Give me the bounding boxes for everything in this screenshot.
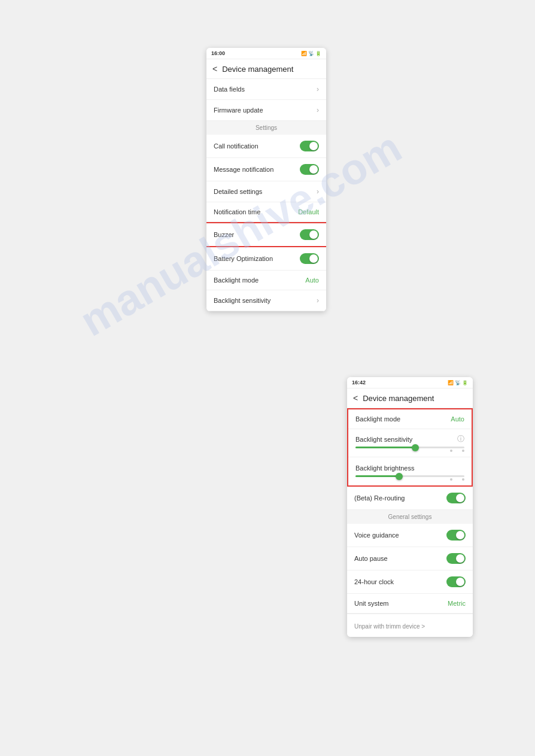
firmware-update-label: Firmware update xyxy=(214,107,263,114)
status-bar-1: 16:00 📶 📡 🔋 xyxy=(206,48,326,59)
status-time-1: 16:00 xyxy=(211,50,225,56)
back-button-2[interactable]: < xyxy=(353,393,358,403)
battery-icon-2: 🔋 xyxy=(462,380,468,385)
beta-rerouting-toggle[interactable] xyxy=(446,493,466,503)
backlight-sensitivity-label-2: Backlight sensitivity xyxy=(355,436,412,443)
backlight-sensitivity-track xyxy=(355,447,464,448)
battery-icon: 🔋 xyxy=(315,51,321,56)
firmware-update-chevron: › xyxy=(317,106,319,114)
signal-icon-2: 📡 xyxy=(455,380,461,385)
status-time-2: 16:42 xyxy=(352,379,366,385)
backlight-brightness-fill xyxy=(355,475,399,477)
backlight-sensitivity-label: Backlight sensitivity xyxy=(214,297,270,304)
notification-time-value: Default xyxy=(298,208,319,215)
nav-header-2: < Device management xyxy=(347,388,473,408)
unpair-link[interactable]: Unpair with trimm device > xyxy=(354,623,425,630)
phone-screenshot-1: 16:00 📶 📡 🔋 < Device management Data fie… xyxy=(206,48,326,311)
backlight-mode-value: Auto xyxy=(305,277,319,284)
slider-dot-3 xyxy=(450,478,452,481)
detailed-settings-label: Detailed settings xyxy=(214,188,262,195)
auto-pause-item[interactable]: Auto pause xyxy=(347,547,473,570)
24-hour-clock-label: 24-hour clock xyxy=(354,578,394,585)
backlight-sensitivity-section: Backlight sensitivity ⓘ xyxy=(348,429,472,457)
notification-time-item[interactable]: Notification time Default xyxy=(206,202,326,222)
message-notification-toggle[interactable] xyxy=(300,164,319,175)
beta-rerouting-item[interactable]: (Beta) Re-routing xyxy=(347,487,473,510)
back-button-1[interactable]: < xyxy=(212,64,217,74)
call-notification-label: Call notification xyxy=(214,142,259,150)
backlight-sensitivity-fill xyxy=(355,447,415,448)
beta-rerouting-label: (Beta) Re-routing xyxy=(354,494,405,502)
signal-icon: 📡 xyxy=(308,51,314,56)
nav-title-2: Device management xyxy=(363,394,434,403)
unit-system-label: Unit system xyxy=(354,600,388,607)
buzzer-item[interactable]: Buzzer xyxy=(206,222,326,247)
notification-time-label: Notification time xyxy=(214,208,260,215)
battery-optimization-label: Battery Optimization xyxy=(214,255,273,262)
message-notification-item[interactable]: Message notification xyxy=(206,158,326,181)
backlight-brightness-header: Backlight brightness xyxy=(355,462,464,473)
footer-section: Unpair with trimm device > xyxy=(347,614,473,637)
backlight-section: Backlight mode Auto Backlight sensitivit… xyxy=(347,408,473,487)
auto-pause-toggle[interactable] xyxy=(446,553,466,564)
message-notification-label: Message notification xyxy=(214,166,273,173)
backlight-mode-item-2[interactable]: Backlight mode Auto xyxy=(348,409,472,429)
data-fields-item[interactable]: Data fields › xyxy=(206,79,326,100)
status-icons-1: 📶 📡 🔋 xyxy=(301,51,321,56)
backlight-sensitivity-header: Backlight sensitivity ⓘ xyxy=(355,434,464,444)
status-icons-2: 📶 📡 🔋 xyxy=(448,380,468,385)
call-notification-toggle[interactable] xyxy=(300,141,319,151)
24-hour-clock-toggle[interactable] xyxy=(446,576,466,587)
backlight-brightness-label: Backlight brightness xyxy=(355,464,414,472)
backlight-brightness-dots xyxy=(355,478,464,481)
backlight-sensitivity-chevron: › xyxy=(317,296,319,305)
call-notification-item[interactable]: Call notification xyxy=(206,135,326,158)
battery-optimization-item[interactable]: Battery Optimization xyxy=(206,247,326,271)
slider-dot-1 xyxy=(450,450,452,452)
buzzer-label: Buzzer xyxy=(214,231,234,238)
detailed-settings-chevron: › xyxy=(317,187,319,196)
24-hour-clock-item[interactable]: 24-hour clock xyxy=(347,570,473,594)
backlight-brightness-section: Backlight brightness xyxy=(348,457,472,485)
firmware-update-item[interactable]: Firmware update › xyxy=(206,100,326,121)
general-settings-label: General settings xyxy=(347,510,473,524)
backlight-mode-value-2: Auto xyxy=(451,415,464,423)
nav-title-1: Device management xyxy=(222,65,293,74)
nav-header-1: < Device management xyxy=(206,59,326,79)
backlight-sensitivity-dots xyxy=(355,450,464,452)
detailed-settings-item[interactable]: Detailed settings › xyxy=(206,181,326,202)
status-bar-2: 16:42 📶 📡 🔋 xyxy=(347,377,473,388)
backlight-mode-label-2: Backlight mode xyxy=(355,415,400,423)
auto-pause-label: Auto pause xyxy=(354,555,388,562)
info-icon-sensitivity[interactable]: ⓘ xyxy=(457,434,464,444)
backlight-sensitivity-slider-container xyxy=(355,447,464,452)
unit-system-value: Metric xyxy=(448,600,466,607)
wifi-icon: 📶 xyxy=(301,51,307,56)
voice-guidance-item[interactable]: Voice guidance xyxy=(347,524,473,547)
voice-guidance-toggle[interactable] xyxy=(446,530,466,541)
slider-dot-2 xyxy=(462,450,464,452)
data-fields-label: Data fields xyxy=(214,86,245,93)
slider-dot-4 xyxy=(462,478,464,481)
backlight-mode-item[interactable]: Backlight mode Auto xyxy=(206,271,326,290)
unit-system-item[interactable]: Unit system Metric xyxy=(347,594,473,614)
backlight-mode-label: Backlight mode xyxy=(214,277,259,284)
backlight-sensitivity-thumb[interactable] xyxy=(412,444,419,451)
backlight-brightness-track xyxy=(355,475,464,477)
buzzer-toggle[interactable] xyxy=(300,229,319,240)
backlight-brightness-slider-container xyxy=(355,475,464,481)
settings-section-label: Settings xyxy=(206,121,326,135)
wifi-icon-2: 📶 xyxy=(448,380,454,385)
voice-guidance-label: Voice guidance xyxy=(354,532,399,539)
phone-screenshot-2: 16:42 📶 📡 🔋 < Device management Backligh… xyxy=(347,377,473,637)
backlight-sensitivity-item[interactable]: Backlight sensitivity › xyxy=(206,290,326,311)
battery-optimization-toggle[interactable] xyxy=(300,253,319,264)
backlight-brightness-thumb[interactable] xyxy=(396,473,403,480)
data-fields-chevron: › xyxy=(317,85,319,93)
